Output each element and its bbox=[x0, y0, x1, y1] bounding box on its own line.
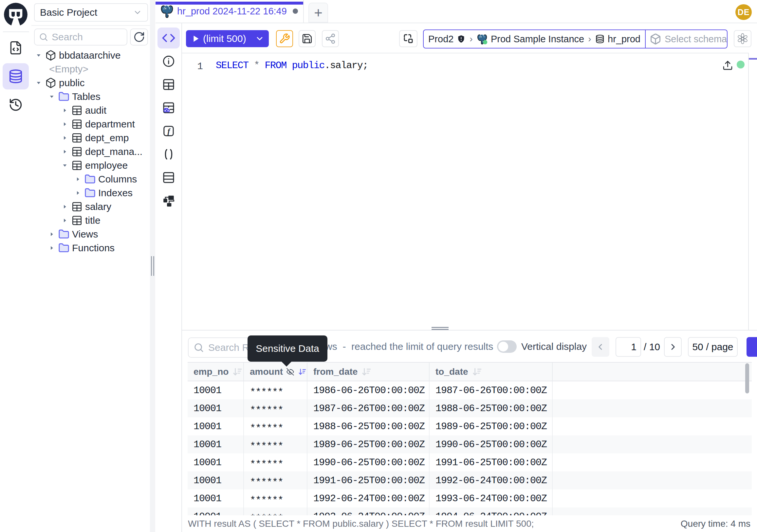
svg-text:f: f bbox=[167, 127, 170, 135]
